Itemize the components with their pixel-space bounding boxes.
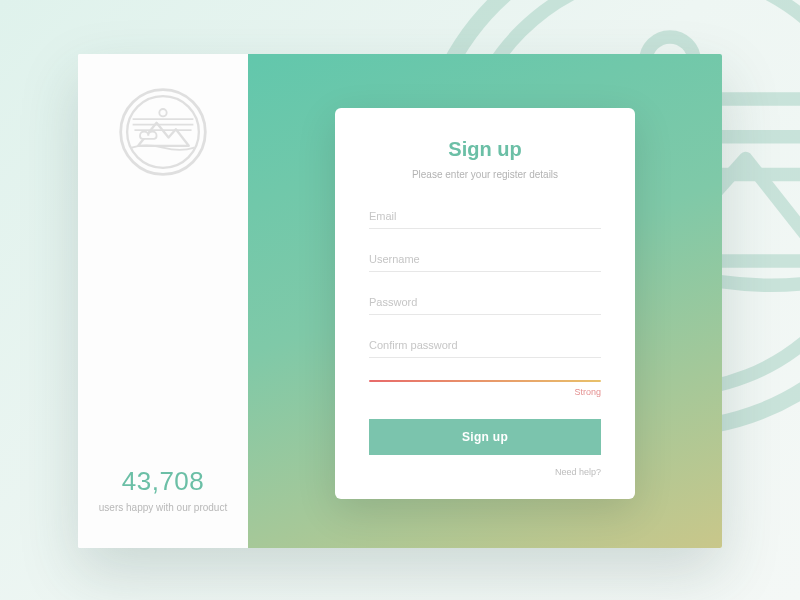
username-field[interactable]: [369, 245, 601, 272]
form-subtitle: Please enter your register details: [369, 169, 601, 180]
signup-form: Sign up Please enter your register detai…: [335, 108, 635, 499]
password-field[interactable]: [369, 288, 601, 315]
signup-card: 43,708 users happy with our product Sign…: [78, 54, 722, 548]
user-count-caption: users happy with our product: [99, 501, 227, 514]
email-field[interactable]: [369, 202, 601, 229]
password-strength-bar: [369, 380, 601, 382]
password-strength-label: Strong: [369, 387, 601, 397]
content-panel: Sign up Please enter your register detai…: [248, 54, 722, 548]
user-count: 43,708: [122, 466, 205, 497]
signup-button[interactable]: Sign up: [369, 419, 601, 455]
svg-point-11: [159, 109, 166, 116]
password-strength: Strong: [369, 380, 601, 397]
confirm-password-field[interactable]: [369, 331, 601, 358]
form-title: Sign up: [369, 138, 601, 161]
brand-logo-icon: [117, 86, 209, 178]
need-help-link[interactable]: Need help?: [369, 467, 601, 477]
sidebar: 43,708 users happy with our product: [78, 54, 248, 548]
